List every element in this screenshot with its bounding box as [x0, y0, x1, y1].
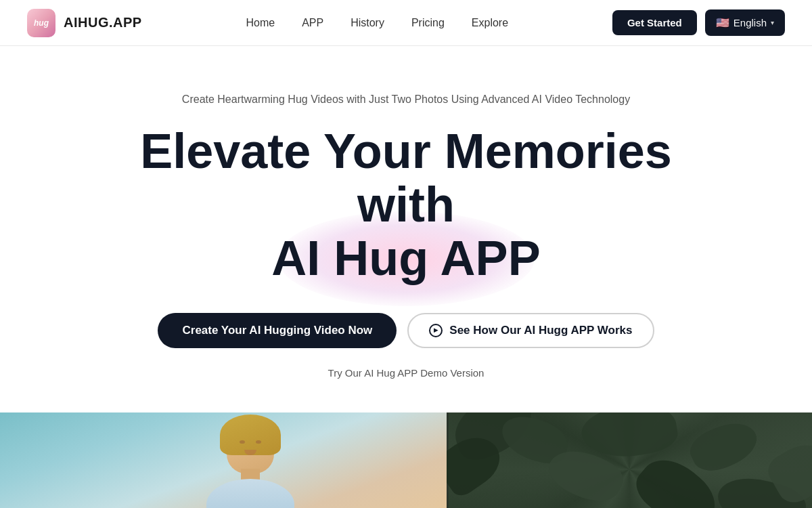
nav-explore[interactable]: Explore: [472, 17, 508, 29]
nav-home[interactable]: Home: [246, 17, 275, 29]
language-button[interactable]: 🇺🇸 English ▾: [705, 9, 785, 36]
logo-area: hug AIHUG.APP: [27, 9, 142, 37]
logo-icon: hug: [27, 9, 55, 37]
logo-text: AIHUG.APP: [64, 15, 142, 30]
hero-buttons: Create Your AI Hugging Video Now ▶ See H…: [158, 313, 654, 348]
demo-link[interactable]: Try Our AI Hug APP Demo Version: [328, 367, 484, 379]
create-video-button[interactable]: Create Your AI Hugging Video Now: [158, 313, 397, 348]
hero-subtitle: Create Heartwarming Hug Videos with Just…: [182, 93, 630, 106]
image-right: [447, 412, 812, 508]
hero-title-line2: AI Hug APP: [271, 232, 540, 285]
see-how-label: See How Our AI Hugg APP Works: [449, 324, 632, 337]
navbar-right: Get Started 🇺🇸 English ▾: [612, 9, 785, 36]
navbar: hug AIHUG.APP Home APP History Pricing E…: [0, 0, 812, 46]
hero-section: Create Heartwarming Hug Videos with Just…: [0, 46, 812, 412]
image-section: [0, 412, 812, 508]
nav-links: Home APP History Pricing Explore: [246, 17, 508, 29]
see-how-button[interactable]: ▶ See How Our AI Hugg APP Works: [407, 313, 654, 348]
play-icon: ▶: [429, 324, 443, 337]
logo-icon-text: hug: [34, 18, 49, 28]
hero-title-line1: Elevate Your Memories with: [140, 124, 672, 232]
nav-pricing[interactable]: Pricing: [411, 17, 445, 29]
hero-title: Elevate Your Memories with AI Hug APP: [102, 125, 710, 286]
nav-history[interactable]: History: [351, 17, 384, 29]
language-label: English: [734, 17, 767, 28]
flag-icon: 🇺🇸: [716, 16, 729, 29]
image-left: [0, 412, 447, 508]
get-started-button[interactable]: Get Started: [612, 10, 697, 35]
nav-app[interactable]: APP: [302, 17, 323, 29]
chevron-down-icon: ▾: [771, 19, 774, 26]
